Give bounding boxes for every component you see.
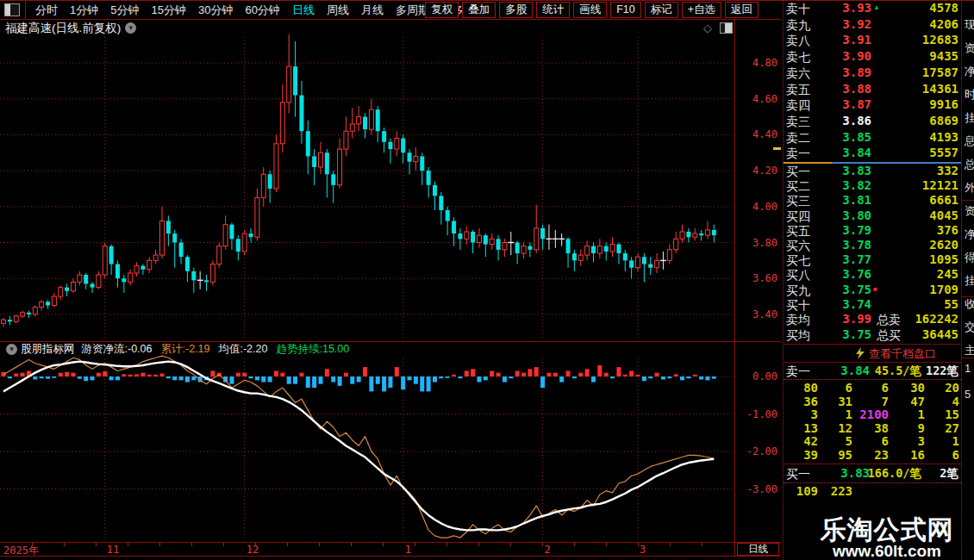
view-thousand-levels-button[interactable]: 查看千档盘口 (784, 345, 961, 360)
level-label: 卖六 (786, 66, 810, 82)
order-book-row[interactable]: 卖一3.845557 (784, 146, 961, 161)
order-book-row[interactable]: 买六3.782620 (784, 238, 961, 253)
queue-order-size: 15 (927, 408, 959, 421)
clipped-tab-char: 5 (965, 388, 974, 401)
collapse-indicator-icon[interactable]: ▾ (6, 344, 17, 355)
level-volume: 4206 (890, 17, 958, 31)
period-tab-5[interactable]: 30分钟 (198, 3, 233, 18)
action-button-8[interactable]: +自选 (682, 2, 721, 18)
order-book-row[interactable]: 卖八3.9112683 (784, 33, 961, 48)
order-count: 122笔 (914, 364, 958, 379)
chevron-down-icon[interactable]: ▾ (125, 22, 136, 34)
clipped-tab-char: 资 (965, 203, 974, 219)
period-tab-8[interactable]: 周线 (327, 3, 349, 18)
indicator-tick-label: -2.00 (736, 445, 777, 457)
action-button-3[interactable]: 多股 (499, 2, 533, 18)
queue-order-size: 5 (820, 434, 852, 448)
order-book-row[interactable]: 买一3.83332 (784, 164, 961, 179)
divider (962, 296, 974, 297)
trade-level-label: 卖一 (786, 364, 810, 380)
order-book-row[interactable]: 买七3.771095 (784, 252, 961, 268)
queue-order-size: 12 (820, 421, 852, 435)
action-button-6[interactable]: F10 (610, 2, 641, 18)
period-tab-4[interactable]: 15分钟 (151, 3, 185, 18)
level-volume: 55 (890, 297, 958, 311)
axis-tick (351, 543, 352, 546)
order-book-row[interactable]: 卖六3.8917587 (784, 65, 961, 81)
period-tab-1[interactable]: 分时 (35, 3, 58, 18)
indicator-field: 趋势持续:15.00 (276, 342, 349, 357)
order-book-row[interactable]: 卖十3.93▲4578 (784, 1, 961, 16)
axis-tick (542, 543, 543, 546)
clipped-tab-char: 时 (965, 87, 974, 103)
queue-order-size: 31 (820, 395, 852, 408)
order-book-row[interactable]: 买八3.76245 (784, 267, 961, 283)
summary-price: 3.99 (815, 312, 871, 326)
order-book-row[interactable]: 卖五3.8814361 (784, 82, 961, 97)
period-tab-6[interactable]: 60分钟 (245, 3, 279, 18)
axis-tick (606, 543, 607, 546)
diamond-icon[interactable]: ◇ (703, 22, 712, 34)
order-book-row[interactable]: 买三3.816661 (784, 193, 961, 208)
order-book-row[interactable]: 卖七3.909435 (784, 49, 961, 65)
split-window-icon[interactable] (720, 22, 733, 34)
price-tick-label: 3.80 (736, 237, 777, 249)
action-button-7[interactable]: 标记 (645, 2, 678, 18)
indicator-field-label: 游资净流: (82, 343, 128, 355)
order-book-row[interactable]: 买二3.8212121 (784, 178, 961, 194)
level-price: 3.76 (815, 267, 871, 281)
queue-order-size: 47 (892, 395, 925, 408)
summary-label: 买均 (786, 328, 810, 344)
axis-tick (319, 543, 320, 546)
order-book-row[interactable]: 买十3.7455 (784, 297, 961, 313)
divider (784, 344, 961, 345)
action-button-1[interactable]: 复权 (425, 2, 459, 18)
period-tab-9[interactable]: 月线 (361, 3, 384, 18)
level-volume: 6869 (890, 114, 958, 128)
divider (784, 464, 961, 464)
action-button-4[interactable]: 统计 (536, 2, 570, 18)
action-button-9[interactable]: 返回 (725, 2, 759, 18)
queue-order-size: 36 (785, 395, 818, 408)
order-book-row[interactable]: 卖三3.866869 (784, 114, 961, 129)
level-volume: 4193 (890, 130, 958, 144)
level-label: 卖九 (786, 18, 810, 34)
order-book-row[interactable]: 买五3.79376 (784, 223, 961, 239)
candlestick-and-indicator-chart[interactable] (0, 0, 781, 560)
order-book-row[interactable]: 买四3.804045 (784, 208, 961, 224)
summary-total-value: 36445 (890, 327, 958, 341)
level-price: 3.83 (815, 164, 871, 177)
indicator-tick-label: 0.00 (736, 370, 777, 383)
up-triangle-icon: ▲ (873, 3, 880, 11)
queue-order-size: 3 (785, 408, 818, 421)
order-book-row[interactable]: 买九3.75■1709 (784, 283, 961, 298)
trade-level-price: 3.83 (815, 466, 870, 480)
period-tab-7[interactable]: 日线 (292, 3, 315, 18)
trade-level-price: 3.84 (815, 364, 870, 377)
dotted-divider (784, 482, 961, 483)
axis-tick (638, 543, 639, 546)
price-tick-label: 4.80 (736, 57, 777, 69)
indicator-values: 游资净流:-0.06累计:-2.19均值:-2.20趋势持续:15.00 (82, 342, 359, 357)
queue-order-size: 6 (856, 434, 889, 448)
level-price: 3.90 (815, 49, 871, 63)
axis-tick (128, 543, 128, 546)
axis-tick (191, 543, 192, 546)
level-volume: 9916 (890, 97, 958, 111)
order-book-row[interactable]: 卖二3.854193 (784, 130, 961, 146)
level-volume: 376 (890, 223, 958, 237)
period-indicator-box[interactable]: 日线 (737, 543, 779, 556)
action-button-5[interactable]: 画线 (573, 2, 607, 18)
period-tab-2[interactable]: 1分钟 (70, 3, 98, 18)
order-book-row[interactable]: 卖四3.879916 (784, 97, 961, 113)
month-label: 1 (405, 544, 411, 556)
period-tab-3[interactable]: 5分钟 (110, 3, 139, 18)
chart-corner-icons: ◇ (703, 22, 733, 34)
action-button-2[interactable]: 叠加 (462, 2, 496, 18)
order-book-row[interactable]: 卖九3.924206 (784, 17, 961, 33)
level-volume: 1709 (890, 283, 958, 296)
axis-tick (32, 543, 33, 546)
layout-window-icon[interactable] (4, 3, 20, 16)
right-edge-clipped-panel[interactable]: 现资净时挂息总外资净得挂收交主15 (961, 0, 974, 560)
order-count: 2笔 (914, 466, 958, 482)
